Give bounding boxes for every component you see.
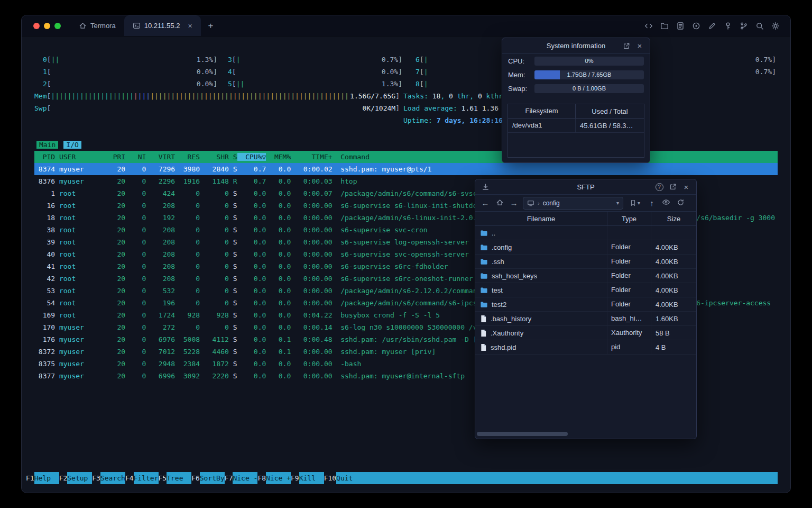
file-type: Folder <box>607 255 651 268</box>
filesystem-usage: 45.61GB / 58.3… <box>576 122 644 130</box>
file-row-..[interactable]: .. <box>475 226 696 240</box>
terminal-icon <box>133 22 141 30</box>
column-type[interactable]: Type <box>607 212 651 225</box>
close-panel-icon[interactable]: × <box>681 182 691 192</box>
sftp-toolbar: ← → › config ▾ ▾ ↑ <box>475 195 696 211</box>
file-row-sshd.pid[interactable]: sshd.pidpid4 B <box>475 340 696 355</box>
traffic-lights <box>22 15 70 36</box>
htop-tab-io[interactable]: I/O <box>63 141 81 149</box>
maximize-window-button[interactable] <box>54 23 61 29</box>
close-tab-icon[interactable]: × <box>188 22 192 30</box>
app-window: Termora 10.211.55.2 × + 0[||1.3%]3[|0.7%… <box>21 15 791 493</box>
open-in-window-icon[interactable] <box>668 182 678 192</box>
file-row-.ssh[interactable]: .sshFolder4.00KB <box>475 255 696 269</box>
close-panel-icon[interactable]: × <box>634 41 645 51</box>
process-row-8374[interactable]: 8374 myuser 20 0 7296 3980 2840 S 0.7 0.… <box>34 163 778 175</box>
file-row-.bash_history[interactable]: .bash_historybash_hi…1.60KB <box>475 312 696 326</box>
file-row-ssh_host_keys[interactable]: ssh_host_keysFolder4.00KB <box>475 269 696 283</box>
file-list: ...configFolder4.00KB.sshFolder4.00KBssh… <box>475 226 696 355</box>
swap-usage-value: 0 B / 1.00GB <box>534 84 644 93</box>
fkey-f2[interactable]: F2Setup <box>59 472 93 484</box>
file-icon <box>480 315 487 323</box>
memory-usage-row: Mem: 1.75GB / 7.65GB <box>502 68 650 81</box>
filesystem-table: Filesystem Used / Total /dev/vda1 45.61G… <box>508 104 644 158</box>
fkey-f7[interactable]: F7Nice - <box>225 472 258 484</box>
titlebar: Termora 10.211.55.2 × + <box>22 15 790 37</box>
new-tab-button[interactable]: + <box>201 15 221 36</box>
edit-icon[interactable] <box>708 22 716 30</box>
fkey-f5[interactable]: F5Tree <box>159 472 192 484</box>
swap-usage-bar: 0 B / 1.00GB <box>534 84 644 93</box>
minimize-window-button[interactable] <box>44 23 50 29</box>
file-icon <box>480 343 487 351</box>
horizontal-scrollbar[interactable] <box>477 432 696 436</box>
cpu-label: CPU: <box>508 57 531 65</box>
cpu-meter-4: 4[0.0%] <box>228 66 402 78</box>
open-in-window-icon[interactable] <box>621 41 632 51</box>
chevron-down-icon[interactable]: ▾ <box>616 200 619 206</box>
file-name: test <box>492 286 503 294</box>
file-name: .ssh <box>492 258 504 266</box>
file-size: 1.60KB <box>651 315 696 323</box>
file-row-test2[interactable]: test2Folder4.00KB <box>475 297 696 312</box>
column-filename[interactable]: Filename <box>475 212 607 225</box>
current-directory[interactable]: config <box>543 199 560 207</box>
htop-tab-main[interactable]: Main <box>36 141 58 149</box>
cpu-meter-5: 5[||1.3%] <box>228 78 402 90</box>
file-size: 4.00KB <box>651 301 696 309</box>
fkey-f10[interactable]: F10Quit <box>324 472 361 484</box>
fkey-f3[interactable]: F3Search <box>92 472 125 484</box>
cpu-usage-bar: 0% <box>534 57 644 66</box>
filesystem-name: /dev/vda1 <box>508 119 576 132</box>
column-size[interactable]: Size <box>651 215 696 223</box>
fkey-f8[interactable]: F8Nice + <box>257 472 291 484</box>
chevron-icon: › <box>538 200 540 206</box>
help-icon[interactable]: ? <box>654 182 665 192</box>
close-window-button[interactable] <box>33 23 40 29</box>
htop-function-key-bar: F1Help F2Setup F3SearchF4FilterF5Tree F6… <box>26 472 778 484</box>
transfers-download-icon[interactable] <box>480 182 491 192</box>
path-breadcrumb[interactable]: › config ▾ <box>523 197 623 210</box>
folder-icon <box>480 229 488 237</box>
fkey-f4[interactable]: F4Filter <box>125 472 159 484</box>
tab-termora[interactable]: Termora <box>70 15 124 36</box>
search-icon[interactable] <box>755 22 764 30</box>
tab-label: Termora <box>90 22 116 30</box>
fkey-f1[interactable]: F1Help <box>26 472 59 484</box>
snippets-icon[interactable] <box>676 22 685 30</box>
back-icon[interactable]: ← <box>480 198 491 207</box>
git-branch-icon[interactable] <box>740 22 748 30</box>
parent-directory-icon[interactable]: ↑ <box>647 198 657 207</box>
panel-header: SFTP ? × <box>475 179 696 195</box>
file-name: .. <box>492 229 495 237</box>
file-row-.Xauthority[interactable]: .XauthorityXauthority58 B <box>475 326 696 340</box>
uptime: Uptime: 7 days, 16:28:16 <box>403 114 503 126</box>
tab-session[interactable]: 10.211.55.2 × <box>124 15 201 36</box>
file-type: Folder <box>607 283 651 297</box>
file-size: 4.00KB <box>651 272 696 280</box>
file-name: .Xauthority <box>491 329 523 337</box>
bookmarks-button[interactable]: ▾ <box>627 199 643 206</box>
fkey-f9[interactable]: F9Kill <box>291 472 324 484</box>
memory-label: Mem: <box>508 71 531 79</box>
macro-record-icon[interactable] <box>692 22 700 30</box>
folder-icon[interactable] <box>660 22 669 30</box>
fkey-f6[interactable]: F6SortBy <box>191 472 225 484</box>
process-table-header[interactable]: PID USER PRI NI VIRT RES SHR S CPU%▽ MEM… <box>34 151 778 163</box>
refresh-icon[interactable] <box>675 198 686 208</box>
filesystem-row[interactable]: /dev/vda1 45.61GB / 58.3… <box>508 119 644 133</box>
swap-usage-row: Swap: 0 B / 1.00GB <box>502 81 650 95</box>
scrollbar-thumb[interactable] <box>477 432 568 436</box>
file-row-.config[interactable]: .configFolder4.00KB <box>475 240 696 255</box>
keychain-icon[interactable] <box>724 22 732 30</box>
file-row-test[interactable]: testFolder4.00KB <box>475 283 696 297</box>
file-name: .bash_history <box>491 315 531 323</box>
show-hidden-eye-icon[interactable] <box>661 198 671 208</box>
file-type: bash_hi… <box>607 312 651 325</box>
code-icon[interactable] <box>644 22 653 30</box>
forward-icon[interactable]: → <box>509 198 519 207</box>
folder-icon <box>480 243 488 251</box>
home-icon[interactable] <box>494 198 505 208</box>
settings-gear-icon[interactable] <box>771 22 780 30</box>
swap-meter: Swp[0K/1024M] <box>34 102 400 114</box>
